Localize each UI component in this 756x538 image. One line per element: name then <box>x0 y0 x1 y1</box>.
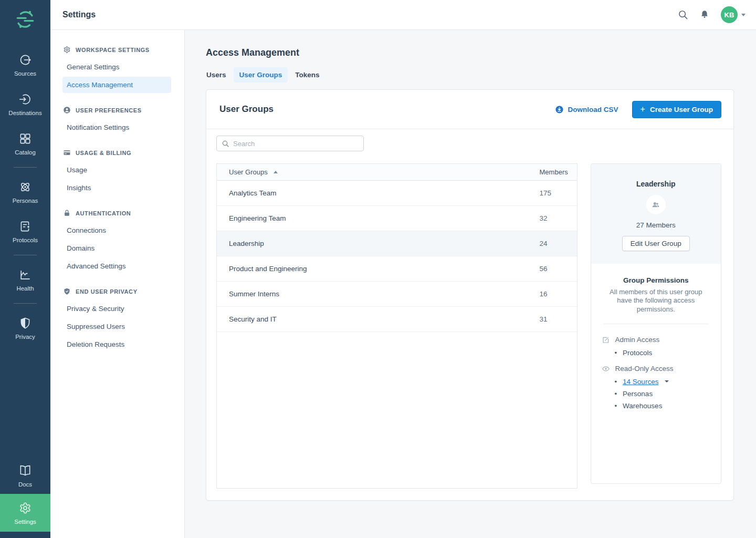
group-avatar <box>646 195 666 214</box>
nav-item-connections[interactable]: Connections <box>62 222 171 239</box>
column-label: User Groups <box>229 168 268 176</box>
tab-users[interactable]: Users <box>201 67 232 82</box>
nav-section-title: Authentication <box>76 210 131 216</box>
column-header-members: Members <box>540 168 577 176</box>
rail-item-destinations[interactable]: Destinations <box>0 88 50 120</box>
permission-item: • Personas <box>615 390 710 398</box>
rail-label: Destinations <box>8 110 41 116</box>
topbar: Settings KB <box>50 0 756 30</box>
tab-bar: Users User Groups Tokens <box>201 67 756 82</box>
settings-gear-icon <box>18 501 32 515</box>
divider <box>603 324 709 324</box>
tab-tokens[interactable]: Tokens <box>289 67 325 82</box>
nav-item-deletion-requests[interactable]: Deletion Requests <box>62 336 171 353</box>
edit-square-icon <box>602 336 610 344</box>
rail-item-sources[interactable]: Sources <box>0 48 50 81</box>
notifications-bell-icon[interactable] <box>699 9 710 20</box>
nav-item-advanced-settings[interactable]: Advanced Settings <box>62 258 171 274</box>
user-groups-card: User Groups Download CSV + Create User G… <box>206 89 734 501</box>
group-people-icon <box>650 200 661 210</box>
table-row[interactable]: Security and IT 31 <box>217 307 577 332</box>
settings-sidebar: Workspace Settings General Settings Acce… <box>50 30 185 538</box>
rail-label: Privacy <box>15 334 35 340</box>
edit-user-group-button[interactable]: Edit User Group <box>622 236 690 251</box>
member-count: 56 <box>540 265 577 273</box>
admin-access-group: Admin Access • Protocols <box>602 336 710 357</box>
lock-icon <box>63 209 71 217</box>
nav-item-general-settings[interactable]: General Settings <box>62 59 171 75</box>
create-user-group-label: Create User Group <box>650 106 713 113</box>
create-user-group-button[interactable]: + Create User Group <box>632 101 721 118</box>
nav-item-insights[interactable]: Insights <box>62 180 171 196</box>
search-input[interactable] <box>233 140 359 148</box>
rail-item-health[interactable]: Health <box>0 263 50 296</box>
search-box <box>216 136 364 151</box>
health-icon <box>18 268 32 282</box>
table-row[interactable]: Engineering Team 32 <box>217 206 577 231</box>
nav-item-access-management[interactable]: Access Management <box>62 77 171 93</box>
destinations-icon <box>18 92 32 106</box>
sources-icon <box>18 53 32 67</box>
download-csv-label: Download CSV <box>568 106 618 113</box>
rail-item-protocols[interactable]: Protocols <box>0 215 50 247</box>
nav-section-user-preferences: User Preferences <box>50 106 184 114</box>
nav-section-title: Workspace Settings <box>76 47 150 53</box>
tab-user-groups[interactable]: User Groups <box>234 67 288 82</box>
table-header-row: User Groups Members <box>217 164 577 181</box>
permissions-title: Group Permissions <box>602 276 710 284</box>
rail-label: Sources <box>14 70 36 77</box>
download-csv-link[interactable]: Download CSV <box>555 105 618 114</box>
column-header-user-groups[interactable]: User Groups <box>217 168 540 176</box>
chevron-down-icon[interactable] <box>665 380 669 382</box>
sort-ascending-icon <box>274 171 278 173</box>
table-row[interactable]: Summer Interns 16 <box>217 282 577 307</box>
nav-item-privacy-security[interactable]: Privacy & Security <box>62 301 171 317</box>
sources-count-link[interactable]: 14 Sources <box>623 378 658 386</box>
nav-item-usage[interactable]: Usage <box>62 162 171 178</box>
bullet: • <box>615 390 617 398</box>
nav-section-workspace-settings: Workspace Settings <box>50 46 184 54</box>
group-detail-summary: Leadership 27 Members Edit User Group <box>591 164 721 264</box>
rail-item-privacy[interactable]: Privacy <box>0 312 50 344</box>
avatar[interactable]: KB <box>721 6 738 23</box>
rail-item-settings[interactable]: Settings <box>0 494 50 532</box>
bullet: • <box>615 378 617 386</box>
page-header-title: Settings <box>62 10 96 19</box>
permission-item: • Protocols <box>615 349 710 357</box>
table-row-selected[interactable]: Leadership 24 <box>217 231 577 256</box>
table-row[interactable]: Analytics Team 175 <box>217 181 577 206</box>
nav-item-domains[interactable]: Domains <box>62 240 171 256</box>
group-detail-panel: Leadership 27 Members Edit User Group <box>591 163 721 484</box>
nav-item-suppressed-users[interactable]: Suppressed Users <box>62 318 171 335</box>
rail-item-docs[interactable]: Docs <box>0 459 50 492</box>
nav-item-notification-settings[interactable]: Notification Settings <box>62 119 171 136</box>
group-name: Summer Interns <box>217 290 540 298</box>
nav-section-title: User Preferences <box>76 107 142 113</box>
protocols-icon <box>18 220 32 233</box>
member-count: 24 <box>540 240 577 247</box>
chevron-down-icon <box>741 14 746 16</box>
search-icon <box>222 140 229 148</box>
member-count: 175 <box>540 189 577 197</box>
permission-label: Personas <box>623 390 653 398</box>
privacy-shield-icon <box>18 316 32 330</box>
user-menu[interactable]: KB <box>721 6 746 23</box>
nav-section-title: End User Privacy <box>76 288 138 295</box>
search-icon[interactable] <box>678 9 688 20</box>
catalog-icon <box>18 132 32 146</box>
page-title: Access Management <box>206 47 756 58</box>
rail-item-personas[interactable]: Personas <box>0 175 50 208</box>
table-row[interactable]: Product and Engineering 56 <box>217 256 577 282</box>
rail-label: Docs <box>18 481 32 488</box>
rail-item-catalog[interactable]: Catalog <box>0 127 50 160</box>
bullet: • <box>615 349 617 357</box>
segment-logo-icon[interactable] <box>15 9 36 30</box>
plus-icon: + <box>640 105 645 113</box>
docs-book-icon <box>18 464 32 478</box>
user-icon <box>63 106 71 114</box>
group-detail-name: Leadership <box>591 180 721 188</box>
rail-label: Settings <box>14 519 36 525</box>
download-icon <box>555 105 564 114</box>
bullet: • <box>615 402 617 410</box>
rail-label: Protocols <box>13 237 38 243</box>
